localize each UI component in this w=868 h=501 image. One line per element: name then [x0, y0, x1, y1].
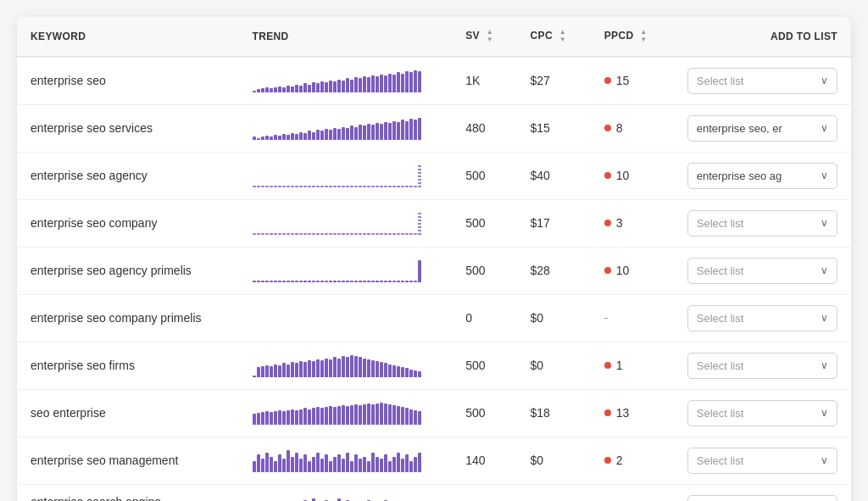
ppcd-dot — [604, 409, 611, 416]
trend-bar — [295, 85, 298, 92]
trend-bar — [380, 403, 383, 425]
trend-bar — [350, 80, 353, 92]
trend-bar — [371, 281, 375, 282]
trend-bar — [359, 405, 362, 425]
trend-bar — [287, 410, 290, 425]
ppcd-cell: 15 — [591, 57, 674, 105]
cpc-cell: $0 — [517, 342, 591, 389]
select-list-dropdown[interactable]: Select list∨ — [687, 258, 837, 284]
trend-bar — [367, 359, 370, 377]
select-list-dropdown[interactable]: Select list∨ — [687, 305, 837, 331]
trend-bar — [337, 406, 341, 425]
trend-bar — [350, 125, 353, 140]
trend-bar — [384, 186, 387, 187]
trend-bar — [282, 134, 286, 140]
trend-bar — [359, 281, 362, 282]
trend-bar — [346, 233, 349, 235]
trend-bar — [405, 233, 409, 235]
select-list-dropdown[interactable]: Select list∨ — [687, 210, 837, 237]
trend-bar — [363, 281, 366, 282]
trend-bar — [371, 186, 375, 187]
trend-bar — [299, 409, 303, 425]
trend-bar — [265, 186, 269, 187]
trend-bar — [401, 74, 404, 92]
trend-bar — [270, 412, 273, 425]
trend-bar — [320, 131, 324, 140]
col-header-addtolist: ADD TO LIST — [674, 17, 851, 57]
trend-bar — [308, 360, 311, 377]
select-list-dropdown[interactable]: Select list∨ — [687, 495, 837, 501]
trend-bar — [329, 281, 332, 282]
trend-bar — [278, 281, 281, 282]
trend-bar — [265, 233, 269, 235]
trend-bar — [384, 404, 387, 425]
trend-bar — [274, 365, 277, 377]
trend-bar — [397, 122, 400, 140]
table-row: enterprise seo management140$02Select li… — [17, 437, 851, 484]
sort-icons-cpc: ▲▼ — [559, 29, 566, 44]
trend-bar — [265, 411, 269, 425]
trend-bars — [253, 116, 439, 140]
select-list-dropdown[interactable]: Select list∨ — [687, 68, 837, 94]
trend-bar — [414, 186, 417, 187]
trend-bar — [261, 366, 264, 377]
trend-bar — [418, 260, 421, 282]
trend-bar — [308, 461, 311, 472]
trend-bar — [397, 186, 400, 187]
sv-cell: 500 — [452, 389, 516, 437]
trend-bar — [282, 87, 286, 92]
trend-bar — [405, 454, 409, 472]
trend-bar — [363, 76, 366, 92]
ppcd-dot — [604, 457, 611, 464]
trend-bar — [397, 281, 400, 282]
trend-bars — [253, 164, 439, 187]
col-header-ppcd[interactable]: PPCD ▲▼ — [591, 17, 674, 57]
select-list-dropdown[interactable]: Select list∨ — [687, 353, 837, 379]
trend-bar — [367, 281, 370, 282]
trend-bar — [333, 407, 337, 425]
trend-bar — [346, 78, 349, 92]
trend-bar — [253, 233, 256, 235]
trend-bar — [342, 233, 345, 235]
trend-bar — [342, 405, 345, 425]
trend-bar — [291, 457, 294, 472]
ppcd-value-wrapper: 2 — [604, 454, 660, 467]
trend-bar — [388, 186, 392, 187]
trend-bar — [320, 81, 324, 92]
select-list-dropdown[interactable]: enterprise seo ag∨ — [687, 163, 837, 189]
col-header-cpc[interactable]: CPC ▲▼ — [517, 17, 591, 57]
trend-bar — [295, 410, 298, 425]
select-list-dropdown[interactable]: Select list∨ — [687, 448, 837, 474]
select-list-dropdown[interactable]: Select list∨ — [687, 400, 837, 426]
trend-bar — [401, 186, 404, 187]
ppcd-dot — [604, 362, 611, 369]
trend-bars — [253, 69, 439, 92]
trend-bar — [333, 128, 337, 140]
trend-bar — [265, 136, 269, 140]
trend-bar — [278, 233, 281, 235]
trend-bar — [274, 411, 277, 425]
trend-bar — [325, 407, 328, 425]
trend-bar — [287, 135, 290, 140]
select-list-dropdown[interactable]: enterprise seo, er∨ — [687, 115, 837, 142]
trend-bar — [371, 404, 375, 425]
trend-bar — [401, 281, 404, 282]
trend-bar — [257, 138, 260, 140]
ppcd-value: 8 — [616, 121, 623, 135]
trend-bar — [388, 404, 392, 425]
trend-bar — [308, 85, 311, 92]
trend-bar — [418, 213, 421, 235]
ppcd-value-wrapper: 8 — [604, 121, 660, 135]
trend-bar — [376, 361, 379, 377]
table-row: enterprise seo1K$2715Select list∨ — [17, 57, 851, 105]
trend-bar — [392, 365, 396, 377]
addtolist-cell: Select list∨ — [674, 484, 851, 501]
ppcd-cell: 10 — [591, 247, 674, 294]
col-header-sv[interactable]: SV ▲▼ — [452, 17, 516, 57]
trend-bar — [354, 233, 358, 235]
trend-bar — [253, 281, 256, 282]
trend-bar — [388, 233, 392, 235]
trend-bar — [363, 457, 366, 472]
trend-bar — [397, 366, 400, 377]
trend-bar — [282, 281, 286, 282]
